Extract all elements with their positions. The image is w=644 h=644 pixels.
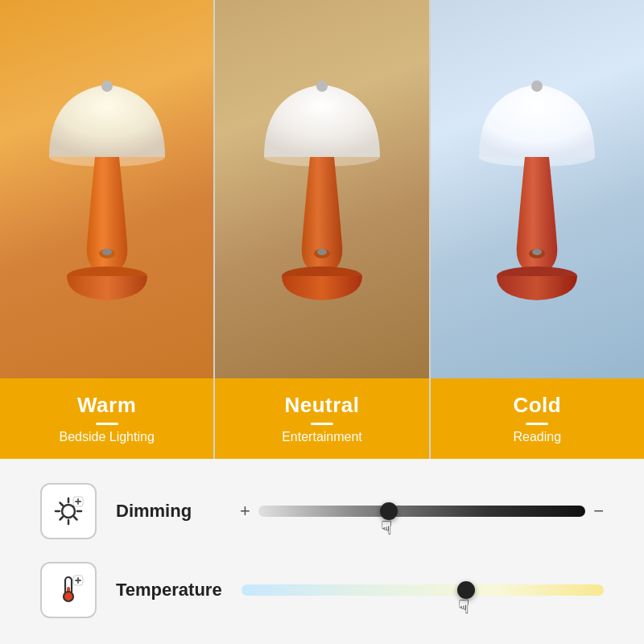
svg-point-4 <box>102 249 112 255</box>
neutral-lamp-svg <box>258 52 386 326</box>
warm-panel: Warm Bedside Lighting <box>0 0 215 459</box>
temperature-slider-container: ☟ <box>242 584 604 596</box>
cold-label-main: Cold <box>513 393 561 418</box>
svg-point-6 <box>316 80 328 92</box>
temperature-cursor: ☟ <box>458 596 470 618</box>
neutral-label-sub: Entertainment <box>282 430 362 444</box>
svg-line-23 <box>60 517 64 520</box>
dimming-thumb[interactable] <box>380 502 398 520</box>
dimming-icon-box <box>40 483 97 539</box>
cold-lamp-image <box>431 0 644 378</box>
svg-point-14 <box>532 249 542 255</box>
cold-lamp-svg <box>473 52 601 326</box>
svg-line-20 <box>60 503 64 506</box>
warm-label-sub: Bedside Lighting <box>60 430 155 444</box>
temperature-icon-box <box>40 562 97 618</box>
temperature-icon <box>51 572 86 608</box>
lamp-comparison-section: Warm Bedside Lighting <box>0 0 644 459</box>
dimming-minus: − <box>593 501 604 522</box>
dimming-plus: + <box>240 501 250 522</box>
dimming-label: Dimming <box>116 501 221 522</box>
cold-panel: Cold Reading <box>431 0 644 459</box>
temperature-row: Temperature ☟ <box>40 562 604 618</box>
temperature-label: Temperature <box>116 580 222 601</box>
cold-label-sub: Reading <box>514 430 562 444</box>
svg-point-15 <box>62 505 75 518</box>
dimming-slider-track[interactable]: ☟ <box>258 506 585 517</box>
cold-label-area: Cold Reading <box>431 378 644 459</box>
svg-point-11 <box>531 80 543 92</box>
svg-line-21 <box>74 517 77 520</box>
warm-lamp-image <box>0 0 213 378</box>
warm-label-area: Warm Bedside Lighting <box>0 378 213 459</box>
temperature-slider-track[interactable]: ☟ <box>242 584 604 596</box>
controls-section: Dimming + ☟ − Tempe <box>0 459 644 642</box>
neutral-divider <box>311 423 333 425</box>
svg-point-1 <box>101 80 113 92</box>
warm-lamp-svg <box>43 52 171 326</box>
warm-label-main: Warm <box>77 393 136 418</box>
neutral-label-main: Neutral <box>284 393 359 418</box>
warm-divider <box>96 423 118 425</box>
temperature-thumb[interactable] <box>457 581 475 599</box>
neutral-lamp-image <box>215 0 428 378</box>
neutral-label-area: Neutral Entertainment <box>215 378 428 459</box>
dimming-cursor: ☟ <box>381 517 393 539</box>
cold-divider <box>526 423 548 425</box>
dimming-row: Dimming + ☟ − <box>40 483 604 539</box>
neutral-panel: Neutral Entertainment <box>215 0 430 459</box>
svg-point-29 <box>64 592 73 601</box>
dimming-icon <box>51 493 86 529</box>
dimming-slider-container: + ☟ − <box>240 501 604 522</box>
svg-point-9 <box>317 249 327 255</box>
